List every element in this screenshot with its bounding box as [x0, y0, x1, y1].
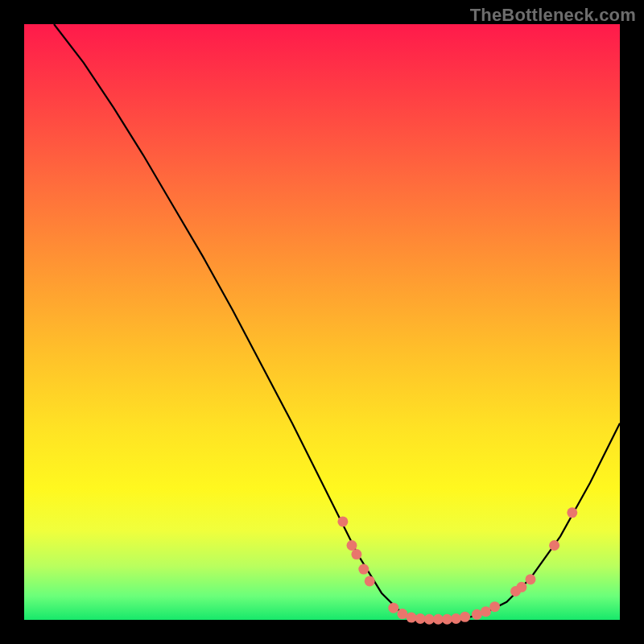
- curve-marker: [516, 582, 526, 592]
- bottleneck-curve: [54, 24, 620, 620]
- curve-marker: [407, 613, 417, 623]
- curve-marker: [424, 614, 435, 625]
- chart-overlay: [24, 24, 620, 620]
- curve-marker: [460, 612, 470, 622]
- curve-marker: [489, 601, 500, 612]
- curve-marker: [358, 564, 369, 575]
- curve-marker: [451, 613, 461, 624]
- curve-marker: [337, 516, 348, 526]
- curve-marker: [415, 613, 426, 624]
- curve-marker: [472, 609, 482, 620]
- curve-marker: [351, 549, 361, 559]
- curve-marker: [347, 540, 357, 551]
- curve-marker: [397, 609, 407, 619]
- curve-marker: [549, 540, 559, 551]
- curve-marker: [526, 574, 536, 584]
- curve-marker: [433, 614, 444, 625]
- curve-marker: [567, 507, 577, 518]
- curve-markers: [337, 507, 577, 624]
- watermark-label: TheBottleneck.com: [470, 5, 636, 26]
- chart-stage: TheBottleneck.com: [0, 0, 644, 644]
- curve-marker: [365, 576, 375, 586]
- curve-marker: [442, 614, 452, 625]
- curve-marker: [388, 603, 398, 613]
- curve-marker: [481, 606, 491, 617]
